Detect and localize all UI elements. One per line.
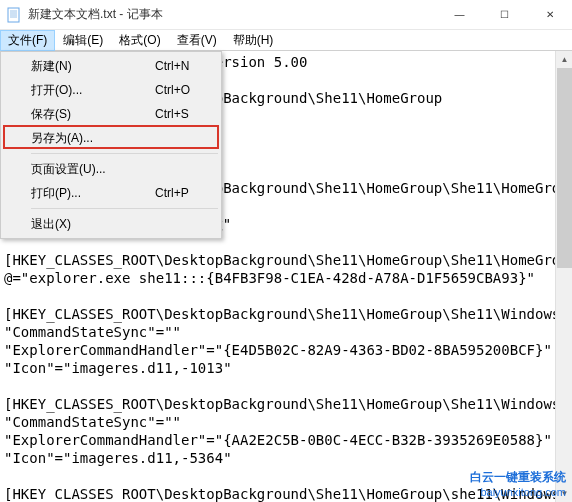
close-button[interactable]: ✕ (527, 0, 572, 29)
menu-item-label: 打印(P)... (31, 185, 155, 202)
app-icon (6, 7, 22, 23)
vertical-scrollbar[interactable]: ▲ ▼ (555, 51, 572, 502)
watermark: 白云一键重装系统 baiyunxitong.com (470, 470, 566, 500)
menu-item-shortcut: Ctrl+S (155, 107, 215, 121)
menu-edit[interactable]: 编辑(E) (55, 30, 111, 51)
menu-item-5[interactable]: 页面设置(U)... (3, 157, 219, 181)
menu-item-label: 新建(N) (31, 58, 155, 75)
menu-item-shortcut: Ctrl+O (155, 83, 215, 97)
menu-separator (31, 153, 218, 154)
menu-item-2[interactable]: 保存(S)Ctrl+S (3, 102, 219, 126)
menu-item-0[interactable]: 新建(N)Ctrl+N (3, 54, 219, 78)
menu-item-1[interactable]: 打开(O)...Ctrl+O (3, 78, 219, 102)
watermark-line1: 白云一键重装系统 (470, 470, 566, 485)
menu-file[interactable]: 文件(F) (0, 30, 55, 51)
window-controls: — ☐ ✕ (437, 0, 572, 29)
menu-item-label: 保存(S) (31, 106, 155, 123)
menu-item-6[interactable]: 打印(P)...Ctrl+P (3, 181, 219, 205)
menu-item-label: 打开(O)... (31, 82, 155, 99)
menu-format[interactable]: 格式(O) (111, 30, 168, 51)
menu-view[interactable]: 查看(V) (169, 30, 225, 51)
menu-bar: 文件(F) 编辑(E) 格式(O) 查看(V) 帮助(H) (0, 30, 572, 51)
menu-item-3[interactable]: 另存为(A)... (3, 126, 219, 150)
minimize-button[interactable]: — (437, 0, 482, 29)
menu-item-shortcut: Ctrl+N (155, 59, 215, 73)
menu-item-shortcut: Ctrl+P (155, 186, 215, 200)
watermark-line2: baiyunxitong.com (470, 485, 566, 500)
menu-help[interactable]: 帮助(H) (225, 30, 282, 51)
menu-item-label: 页面设置(U)... (31, 161, 155, 178)
menu-item-label: 另存为(A)... (31, 130, 155, 147)
menu-separator (31, 208, 218, 209)
maximize-button[interactable]: ☐ (482, 0, 527, 29)
file-menu-dropdown: 新建(N)Ctrl+N打开(O)...Ctrl+O保存(S)Ctrl+S另存为(… (0, 51, 222, 239)
scroll-up-button[interactable]: ▲ (556, 51, 572, 68)
menu-item-label: 退出(X) (31, 216, 155, 233)
scroll-thumb[interactable] (557, 68, 572, 268)
menu-item-8[interactable]: 退出(X) (3, 212, 219, 236)
title-bar: 新建文本文档.txt - 记事本 — ☐ ✕ (0, 0, 572, 30)
window-title: 新建文本文档.txt - 记事本 (28, 6, 437, 23)
